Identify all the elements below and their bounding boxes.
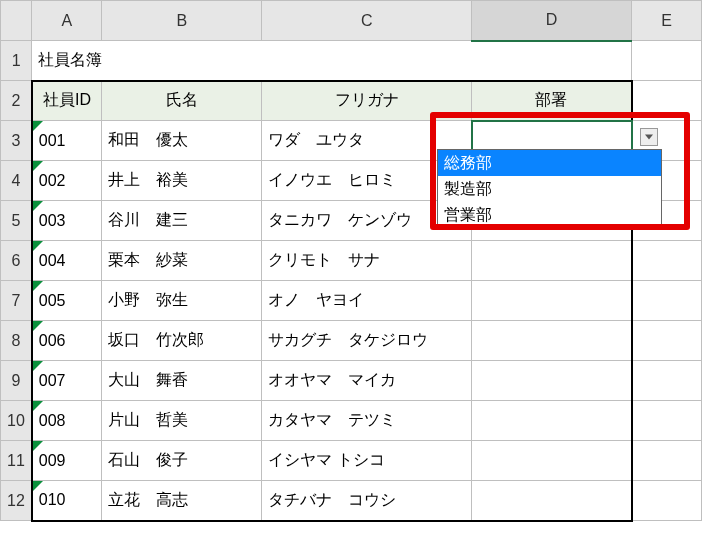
cell-A10[interactable]: 008 xyxy=(32,401,102,441)
dropdown-option[interactable]: 製造部 xyxy=(438,176,661,202)
cell-header-name[interactable]: 氏名 xyxy=(102,81,262,121)
cell-header-dept[interactable]: 部署 xyxy=(472,81,632,121)
row-header-12[interactable]: 12 xyxy=(1,481,32,521)
cell-E11[interactable] xyxy=(632,441,702,481)
cell-E7[interactable] xyxy=(632,281,702,321)
cell-C11[interactable]: イシヤマ トシコ xyxy=(262,441,472,481)
cell-C12[interactable]: タチバナ コウシ xyxy=(262,481,472,521)
cell-A12[interactable]: 010 xyxy=(32,481,102,521)
spreadsheet-grid[interactable]: A B C D E 1 社員名簿 2 社員ID 氏名 フリガナ 部署 3001和… xyxy=(0,0,702,522)
data-validation-dropdown-list[interactable]: 総務部製造部営業部 xyxy=(437,149,662,229)
cell-header-id[interactable]: 社員ID xyxy=(32,81,102,121)
cell-B4[interactable]: 井上 裕美 xyxy=(102,161,262,201)
chevron-down-icon xyxy=(645,134,653,140)
cell-B10[interactable]: 片山 哲美 xyxy=(102,401,262,441)
cell-D7[interactable] xyxy=(472,281,632,321)
row-header-2[interactable]: 2 xyxy=(1,81,32,121)
row-header-10[interactable]: 10 xyxy=(1,401,32,441)
cell-B9[interactable]: 大山 舞香 xyxy=(102,361,262,401)
row-header-7[interactable]: 7 xyxy=(1,281,32,321)
cell-B6[interactable]: 栗本 紗菜 xyxy=(102,241,262,281)
cell-C10[interactable]: カタヤマ テツミ xyxy=(262,401,472,441)
cell-E9[interactable] xyxy=(632,361,702,401)
cell-C6[interactable]: クリモト サナ xyxy=(262,241,472,281)
cell-E12[interactable] xyxy=(632,481,702,521)
cell-A7[interactable]: 005 xyxy=(32,281,102,321)
cell-A9[interactable]: 007 xyxy=(32,361,102,401)
cell-D8[interactable] xyxy=(472,321,632,361)
row-header-5[interactable]: 5 xyxy=(1,201,32,241)
col-header-B[interactable]: B xyxy=(102,1,262,41)
cell-A8[interactable]: 006 xyxy=(32,321,102,361)
col-header-A[interactable]: A xyxy=(32,1,102,41)
cell-header-kana[interactable]: フリガナ xyxy=(262,81,472,121)
dropdown-option[interactable]: 営業部 xyxy=(438,202,661,228)
cell-D12[interactable] xyxy=(472,481,632,521)
select-all-corner[interactable] xyxy=(1,1,32,41)
row-header-4[interactable]: 4 xyxy=(1,161,32,201)
row-header-11[interactable]: 11 xyxy=(1,441,32,481)
row-header-1[interactable]: 1 xyxy=(1,41,32,81)
dropdown-option[interactable]: 総務部 xyxy=(438,150,661,176)
col-header-E[interactable]: E xyxy=(632,1,702,41)
cell-E8[interactable] xyxy=(632,321,702,361)
cell-E2[interactable] xyxy=(632,81,702,121)
cell-A4[interactable]: 002 xyxy=(32,161,102,201)
cell-C9[interactable]: オオヤマ マイカ xyxy=(262,361,472,401)
cell-D9[interactable] xyxy=(472,361,632,401)
data-validation-dropdown-button[interactable] xyxy=(640,128,658,146)
row-header-8[interactable]: 8 xyxy=(1,321,32,361)
cell-C8[interactable]: サカグチ タケジロウ xyxy=(262,321,472,361)
row-header-9[interactable]: 9 xyxy=(1,361,32,401)
cell-A11[interactable]: 009 xyxy=(32,441,102,481)
cell-B5[interactable]: 谷川 建三 xyxy=(102,201,262,241)
col-header-D[interactable]: D xyxy=(472,1,632,41)
row-header-3[interactable]: 3 xyxy=(1,121,32,161)
cell-B3[interactable]: 和田 優太 xyxy=(102,121,262,161)
cell-B8[interactable]: 坂口 竹次郎 xyxy=(102,321,262,361)
cell-A6[interactable]: 004 xyxy=(32,241,102,281)
cell-title[interactable]: 社員名簿 xyxy=(32,41,632,81)
cell-B11[interactable]: 石山 俊子 xyxy=(102,441,262,481)
cell-E10[interactable] xyxy=(632,401,702,441)
cell-D10[interactable] xyxy=(472,401,632,441)
cell-A5[interactable]: 003 xyxy=(32,201,102,241)
cell-A3[interactable]: 001 xyxy=(32,121,102,161)
col-header-C[interactable]: C xyxy=(262,1,472,41)
cell-E1[interactable] xyxy=(632,41,702,81)
cell-C7[interactable]: オノ ヤヨイ xyxy=(262,281,472,321)
cell-D11[interactable] xyxy=(472,441,632,481)
cell-B7[interactable]: 小野 弥生 xyxy=(102,281,262,321)
cell-E6[interactable] xyxy=(632,241,702,281)
cell-B12[interactable]: 立花 高志 xyxy=(102,481,262,521)
cell-D6[interactable] xyxy=(472,241,632,281)
row-header-6[interactable]: 6 xyxy=(1,241,32,281)
